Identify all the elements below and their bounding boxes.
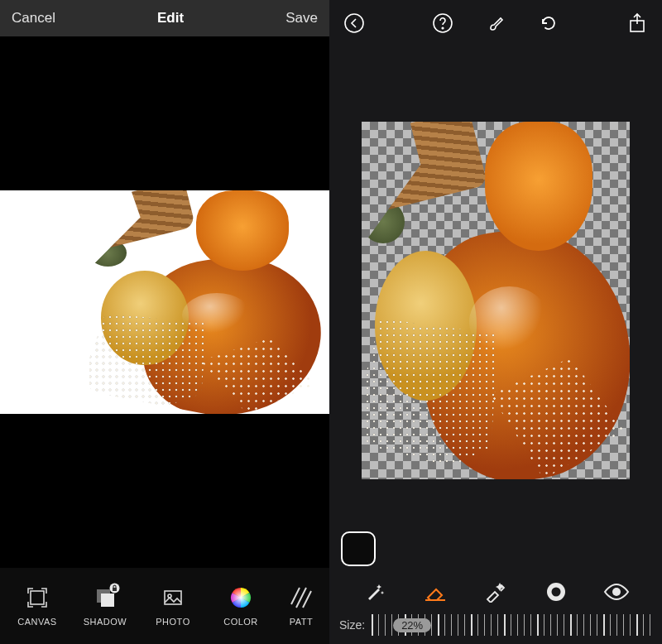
share-icon	[628, 12, 646, 34]
svg-point-10	[442, 27, 444, 29]
edited-image	[89, 190, 321, 414]
share-button[interactable]	[626, 12, 649, 35]
tool-label: SHADOW	[84, 617, 127, 627]
size-label: Size:	[339, 618, 365, 632]
tool-photo[interactable]: PHOTO	[139, 568, 207, 644]
photo-icon	[161, 585, 185, 610]
tool-label: CANVAS	[17, 617, 56, 627]
wand-icon	[364, 581, 386, 603]
pattern-icon	[289, 585, 314, 610]
back-button[interactable]	[343, 12, 366, 35]
target-icon	[544, 580, 568, 603]
undo-icon	[538, 12, 559, 34]
brush-size-row: Size: 22%	[329, 611, 662, 644]
eye-icon	[603, 583, 630, 601]
tool-target[interactable]	[541, 577, 571, 607]
brush-icon	[485, 12, 506, 34]
screen-title: Edit	[157, 10, 184, 26]
svg-rect-0	[31, 591, 44, 604]
undo-button[interactable]	[537, 12, 560, 35]
shadow-icon	[93, 585, 118, 610]
svg-point-14	[612, 588, 621, 596]
svg-rect-4	[113, 588, 117, 591]
tool-label: COLOR	[223, 617, 258, 627]
tool-label: PHOTO	[156, 617, 189, 627]
tool-color[interactable]: COLOR	[207, 568, 275, 644]
left-toolbar: CANVAS SHADOW	[0, 568, 329, 644]
tool-canvas[interactable]: CANVAS	[3, 568, 71, 644]
color-swatch-row	[329, 525, 662, 573]
brush-settings-button[interactable]	[484, 12, 507, 35]
right-editor-pane: Size: 22%	[329, 0, 662, 644]
svg-rect-2	[101, 594, 114, 607]
right-toolbar	[329, 573, 662, 611]
cancel-button[interactable]: Cancel	[12, 10, 55, 26]
tool-shadow[interactable]: SHADOW	[71, 568, 139, 644]
right-canvas-area[interactable]	[329, 46, 662, 525]
tool-auto-wand[interactable]	[360, 577, 390, 607]
left-editor-pane: Cancel Edit Save	[0, 0, 329, 644]
help-button[interactable]	[431, 12, 454, 35]
save-button[interactable]: Save	[285, 10, 318, 26]
tool-pattern[interactable]: PATT	[275, 568, 328, 644]
color-wheel-icon	[228, 585, 253, 610]
size-slider[interactable]: 22%	[372, 614, 652, 636]
left-topbar: Cancel Edit Save	[0, 0, 329, 36]
svg-point-7	[231, 588, 251, 608]
right-topbar	[329, 0, 662, 46]
canvas-icon	[25, 585, 50, 610]
left-canvas-area[interactable]	[0, 36, 329, 568]
color-swatch[interactable]	[341, 531, 376, 566]
tool-label: PATT	[290, 617, 313, 627]
lock-icon	[109, 583, 120, 594]
chevron-left-icon	[343, 12, 365, 34]
cutout-image	[362, 122, 630, 479]
restore-brush-icon	[484, 581, 507, 603]
transparent-canvas	[362, 122, 630, 479]
tool-eraser[interactable]	[420, 577, 450, 607]
svg-point-8	[345, 14, 363, 32]
tool-restore[interactable]	[481, 577, 511, 607]
svg-point-13	[552, 588, 561, 597]
tool-preview[interactable]	[602, 577, 631, 607]
white-canvas	[0, 190, 329, 414]
eraser-icon	[423, 581, 448, 603]
svg-rect-5	[165, 591, 181, 604]
help-icon	[432, 12, 453, 34]
size-slider-handle[interactable]: 22%	[393, 618, 431, 632]
